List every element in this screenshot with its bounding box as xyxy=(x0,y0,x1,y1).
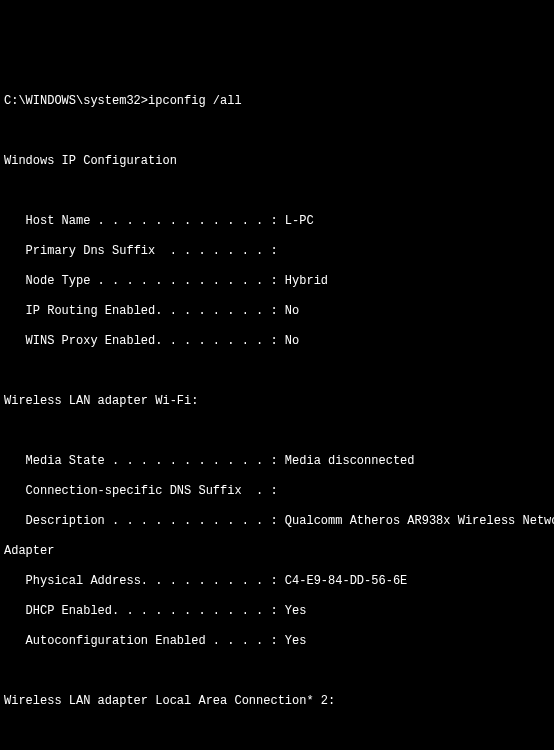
command: ipconfig /all xyxy=(148,94,242,108)
kv-row: Description . . . . . . . . . . . : Qual… xyxy=(4,514,554,529)
kv-row: WINS Proxy Enabled. . . . . . . . : No xyxy=(4,334,554,349)
adapter-header: Wireless LAN adapter Local Area Connecti… xyxy=(4,694,554,709)
kv-row: Autoconfiguration Enabled . . . . : Yes xyxy=(4,634,554,649)
section-header: Windows IP Configuration xyxy=(4,154,554,169)
kv-row: Node Type . . . . . . . . . . . . : Hybr… xyxy=(4,274,554,289)
kv-row: Host Name . . . . . . . . . . . . : L-PC xyxy=(4,214,554,229)
prompt: C:\WINDOWS\system32> xyxy=(4,94,148,108)
wrap-row: Adapter xyxy=(4,544,554,559)
terminal-output[interactable]: C:\WINDOWS\system32>ipconfig /all Window… xyxy=(0,75,554,750)
kv-row: IP Routing Enabled. . . . . . . . : No xyxy=(4,304,554,319)
kv-row: Media State . . . . . . . . . . . : Medi… xyxy=(4,454,554,469)
kv-row: DHCP Enabled. . . . . . . . . . . : Yes xyxy=(4,604,554,619)
adapter-header: Wireless LAN adapter Wi-Fi: xyxy=(4,394,554,409)
kv-row: Connection-specific DNS Suffix . : xyxy=(4,484,554,499)
command-line: C:\WINDOWS\system32>ipconfig /all xyxy=(4,94,554,109)
kv-row: Primary Dns Suffix . . . . . . . : xyxy=(4,244,554,259)
kv-row: Physical Address. . . . . . . . . : C4-E… xyxy=(4,574,554,589)
